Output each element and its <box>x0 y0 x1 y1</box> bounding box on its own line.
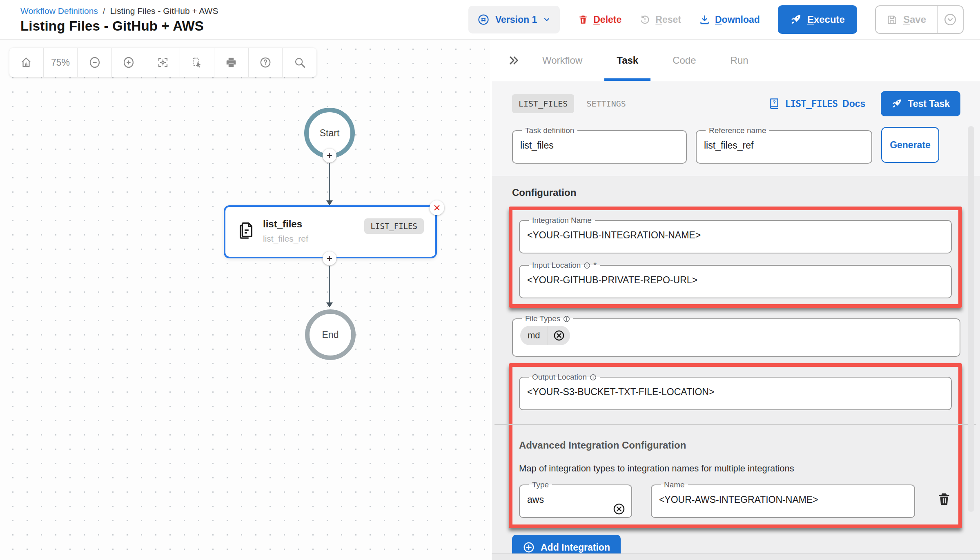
output-location-value[interactable]: <YOUR-S3-BUCKET-TXT-FILE-LOCATION> <box>527 383 944 398</box>
advanced-configuration-description: Map of integration types to integration … <box>519 463 952 474</box>
panel-tab-bar: Workflow Task Code Run <box>492 40 980 81</box>
reset-label: Reset <box>655 14 681 25</box>
file-type-chip-label: md <box>520 330 548 341</box>
input-location-field[interactable]: Input Location * <YOUR-GITHUB-PRIVATE-RE… <box>519 261 952 298</box>
collapse-panel-button[interactable] <box>502 55 525 66</box>
delete-label: Delete <box>593 14 621 25</box>
close-x-icon <box>433 204 441 211</box>
integration-map-row: Type aws Name <YOUR-AWS-INTEGRATION-NAME… <box>519 480 952 518</box>
definition-fields-row: Task definition list_files Reference nam… <box>512 126 960 164</box>
save-more-button[interactable] <box>938 6 963 33</box>
task-definition-value[interactable]: list_files <box>520 137 679 151</box>
integration-map-name-label: Name <box>664 480 685 489</box>
save-button[interactable]: Save <box>876 6 937 33</box>
tab-task[interactable]: Task <box>599 40 655 81</box>
add-task-connector-top[interactable]: + <box>323 149 336 162</box>
task-node-title: list_files <box>263 218 302 230</box>
subtab-task-type[interactable]: LIST_FILES <box>512 94 574 113</box>
test-task-button[interactable]: Test Task <box>881 91 960 116</box>
task-docs-link[interactable]: ? LIST_FILES Docs <box>768 97 866 110</box>
integration-type-value[interactable]: aws <box>527 491 624 505</box>
integration-name-label: Integration Name <box>532 216 592 225</box>
docs-link-task-name: LIST_FILES <box>785 98 837 109</box>
help-button[interactable] <box>249 48 283 77</box>
task-definition-field[interactable]: Task definition list_files <box>512 126 687 164</box>
canvas-toolbar: 75% <box>9 48 316 77</box>
home-button[interactable] <box>9 48 44 77</box>
home-icon <box>20 56 32 69</box>
header-actions: Version 1 Delete Reset Download Execute <box>468 5 964 34</box>
integration-map-name-value[interactable]: <YOUR-AWS-INTEGRATION-NAME> <box>659 491 907 505</box>
fit-view-icon <box>157 56 169 69</box>
remove-chip-button[interactable] <box>548 329 570 342</box>
search-button[interactable] <box>283 48 316 77</box>
marquee-select-button[interactable] <box>180 48 214 77</box>
integration-type-field[interactable]: Type aws <box>519 480 632 518</box>
clear-type-button[interactable] <box>612 502 626 516</box>
breadcrumb: Workflow Definitions / Listing Files - G… <box>20 6 218 16</box>
marquee-select-icon <box>191 56 203 69</box>
required-asterisk: * <box>593 261 596 270</box>
plus-icon: + <box>327 253 332 263</box>
reset-icon <box>639 14 650 25</box>
remove-task-button[interactable] <box>430 200 444 215</box>
search-icon <box>294 56 306 69</box>
configuration-heading: Configuration <box>512 187 960 198</box>
panel-scrollbar[interactable] <box>968 126 974 512</box>
save-label: Save <box>903 14 926 25</box>
input-location-value[interactable]: <YOUR-GITHUB-PRIVATE-REPO-URL> <box>527 271 944 286</box>
annotation-highlight-box-2: Output Location <YOUR-S3-BUCKET-TXT-FILE… <box>509 363 962 528</box>
book-question-icon: ? <box>768 97 780 110</box>
reference-name-value[interactable]: list_files_ref <box>704 137 864 151</box>
print-button[interactable] <box>214 48 249 77</box>
subtab-row: LIST_FILES SETTINGS ? LIST_FILES Docs <box>512 91 960 116</box>
zoom-out-icon <box>88 56 101 69</box>
rocket-icon <box>790 14 802 25</box>
version-dropdown[interactable]: Version 1 <box>468 6 560 33</box>
zoom-out-button[interactable] <box>78 48 112 77</box>
tab-code-label: Code <box>673 55 696 66</box>
docs-link-suffix: Docs <box>842 98 865 109</box>
zoom-level-indicator[interactable]: 75% <box>44 48 78 77</box>
reset-button[interactable]: Reset <box>639 14 681 25</box>
execute-button[interactable]: Execute <box>778 5 857 34</box>
integration-name-map-field[interactable]: Name <YOUR-AWS-INTEGRATION-NAME> <box>651 480 915 518</box>
zoom-in-button[interactable] <box>112 48 146 77</box>
subtab-settings[interactable]: SETTINGS <box>586 99 626 109</box>
panel-footer <box>492 554 980 560</box>
add-integration-label: Add Integration <box>541 542 610 553</box>
file-types-field[interactable]: File Types md <box>512 314 960 357</box>
edge-task-to-end <box>329 266 330 302</box>
print-icon <box>225 56 237 69</box>
spacer <box>519 253 952 261</box>
task-node-list-files[interactable]: list_files list_files_ref LIST_FILES <box>224 205 437 258</box>
generate-button[interactable]: Generate <box>881 127 939 163</box>
delete-button[interactable]: Delete <box>578 14 621 25</box>
edge-start-to-task <box>329 163 330 200</box>
reference-name-field[interactable]: Reference name list_files_ref <box>696 126 872 164</box>
integration-name-field[interactable]: Integration Name <YOUR-GITHUB-INTEGRATIO… <box>519 216 952 253</box>
breadcrumb-link-workflow-definitions[interactable]: Workflow Definitions <box>20 6 98 16</box>
fit-view-button[interactable] <box>146 48 180 77</box>
task-node-reference: list_files_ref <box>263 234 308 244</box>
tab-task-label: Task <box>617 55 638 66</box>
chevron-down-circle-icon <box>943 13 957 27</box>
end-node-label: End <box>322 329 339 340</box>
delete-integration-row-button[interactable] <box>936 491 952 507</box>
rocket-icon <box>891 98 902 109</box>
download-button[interactable]: Download <box>699 14 760 25</box>
workflow-canvas[interactable]: 75% <box>0 40 491 560</box>
section-divider <box>494 424 976 425</box>
tab-run[interactable]: Run <box>713 40 766 81</box>
add-task-connector-bottom[interactable]: + <box>323 251 336 265</box>
integration-name-value[interactable]: <YOUR-GITHUB-INTEGRATION-NAME> <box>527 227 944 241</box>
output-location-field[interactable]: Output Location <YOUR-S3-BUCKET-TXT-FILE… <box>519 373 952 410</box>
end-node[interactable]: End <box>305 309 356 360</box>
task-header-section: LIST_FILES SETTINGS ? LIST_FILES Docs <box>492 81 980 176</box>
tab-code[interactable]: Code <box>655 40 713 81</box>
panel-content: LIST_FILES SETTINGS ? LIST_FILES Docs <box>492 81 980 560</box>
output-location-label: Output Location <box>532 373 587 382</box>
tab-workflow[interactable]: Workflow <box>525 40 599 81</box>
svg-text:?: ? <box>773 99 776 105</box>
start-node-label: Start <box>320 128 340 139</box>
